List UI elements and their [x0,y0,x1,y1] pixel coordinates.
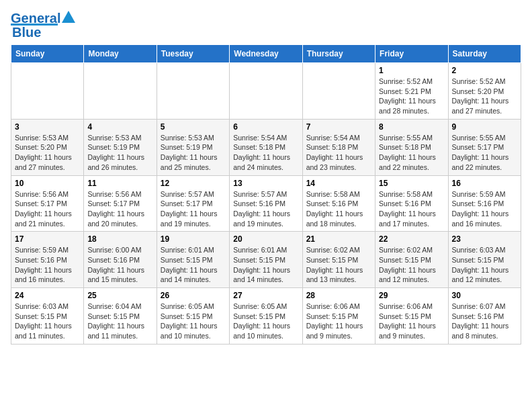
calendar-cell: 2Sunrise: 5:52 AM Sunset: 5:20 PM Daylig… [448,63,521,120]
calendar-cell: 14Sunrise: 5:58 AM Sunset: 5:16 PM Dayli… [302,175,375,232]
calendar-cell: 18Sunrise: 6:00 AM Sunset: 5:16 PM Dayli… [84,232,157,288]
calendar-cell [11,63,84,120]
day-number: 22 [379,234,444,244]
day-info: Sunrise: 6:05 AM Sunset: 5:15 PM Dayligh… [161,302,226,341]
calendar-cell: 4Sunrise: 5:53 AM Sunset: 5:19 PM Daylig… [84,119,157,175]
calendar-cell: 25Sunrise: 6:04 AM Sunset: 5:15 PM Dayli… [84,288,157,345]
calendar-cell: 21Sunrise: 6:02 AM Sunset: 5:15 PM Dayli… [302,232,375,288]
calendar-cell: 24Sunrise: 6:03 AM Sunset: 5:15 PM Dayli… [11,288,84,345]
day-info: Sunrise: 5:59 AM Sunset: 5:16 PM Dayligh… [452,189,517,229]
weekday-header-friday: Friday [375,45,448,63]
day-number: 12 [161,179,226,188]
calendar-cell: 16Sunrise: 5:59 AM Sunset: 5:16 PM Dayli… [448,175,521,232]
calendar-cell: 7Sunrise: 5:54 AM Sunset: 5:18 PM Daylig… [302,119,375,175]
calendar-cell: 10Sunrise: 5:56 AM Sunset: 5:17 PM Dayli… [11,175,84,232]
calendar-week-1: 1Sunrise: 5:52 AM Sunset: 5:21 PM Daylig… [11,63,521,120]
day-info: Sunrise: 5:55 AM Sunset: 5:18 PM Dayligh… [379,133,444,173]
day-number: 17 [15,234,80,244]
weekday-header-row: SundayMondayTuesdayWednesdayThursdayFrid… [11,45,521,63]
day-number: 20 [233,234,298,244]
day-info: Sunrise: 6:04 AM Sunset: 5:15 PM Dayligh… [87,302,152,341]
calendar-cell: 1Sunrise: 5:52 AM Sunset: 5:21 PM Daylig… [375,63,448,120]
day-number: 25 [87,291,152,300]
calendar-cell: 30Sunrise: 6:07 AM Sunset: 5:16 PM Dayli… [448,288,521,345]
day-number: 8 [379,122,444,132]
weekday-header-thursday: Thursday [302,45,375,63]
calendar-header: SundayMondayTuesdayWednesdayThursdayFrid… [11,45,521,63]
calendar-week-3: 10Sunrise: 5:56 AM Sunset: 5:17 PM Dayli… [11,175,521,232]
day-info: Sunrise: 6:02 AM Sunset: 5:15 PM Dayligh… [379,245,444,285]
day-number: 14 [306,179,371,188]
day-number: 15 [379,179,444,188]
calendar-cell [302,63,375,120]
day-number: 26 [161,291,226,300]
day-info: Sunrise: 5:53 AM Sunset: 5:19 PM Dayligh… [87,133,152,173]
day-number: 21 [306,234,371,244]
day-info: Sunrise: 6:01 AM Sunset: 5:15 PM Dayligh… [233,245,298,285]
day-number: 7 [306,122,371,132]
day-info: Sunrise: 5:57 AM Sunset: 5:16 PM Dayligh… [233,189,298,229]
calendar-cell: 15Sunrise: 5:58 AM Sunset: 5:16 PM Dayli… [375,175,448,232]
day-info: Sunrise: 5:57 AM Sunset: 5:17 PM Dayligh… [161,189,226,229]
day-info: Sunrise: 6:06 AM Sunset: 5:15 PM Dayligh… [306,302,371,341]
weekday-header-wednesday: Wednesday [230,45,302,63]
day-info: Sunrise: 5:58 AM Sunset: 5:16 PM Dayligh… [306,189,371,229]
day-number: 5 [161,122,226,132]
calendar-week-4: 17Sunrise: 5:59 AM Sunset: 5:16 PM Dayli… [11,232,521,288]
calendar-week-2: 3Sunrise: 5:53 AM Sunset: 5:20 PM Daylig… [11,119,521,175]
day-number: 18 [87,234,152,244]
page-header: General Blue [11,11,521,39]
day-info: Sunrise: 5:52 AM Sunset: 5:20 PM Dayligh… [452,77,517,116]
calendar-cell [157,63,229,120]
day-info: Sunrise: 6:03 AM Sunset: 5:15 PM Dayligh… [15,302,80,341]
day-info: Sunrise: 5:52 AM Sunset: 5:21 PM Dayligh… [379,77,444,116]
day-number: 23 [452,234,517,244]
calendar-cell: 17Sunrise: 5:59 AM Sunset: 5:16 PM Dayli… [11,232,84,288]
day-info: Sunrise: 5:58 AM Sunset: 5:16 PM Dayligh… [379,189,444,229]
day-info: Sunrise: 5:53 AM Sunset: 5:20 PM Dayligh… [15,133,80,173]
day-info: Sunrise: 5:56 AM Sunset: 5:17 PM Dayligh… [87,189,152,229]
day-info: Sunrise: 5:59 AM Sunset: 5:16 PM Dayligh… [15,245,80,285]
day-info: Sunrise: 6:02 AM Sunset: 5:15 PM Dayligh… [306,245,371,285]
calendar-cell: 11Sunrise: 5:56 AM Sunset: 5:17 PM Dayli… [84,175,157,232]
calendar-cell: 6Sunrise: 5:54 AM Sunset: 5:18 PM Daylig… [230,119,302,175]
day-number: 30 [452,291,517,300]
day-number: 11 [87,179,152,188]
calendar-cell: 13Sunrise: 5:57 AM Sunset: 5:16 PM Dayli… [230,175,302,232]
day-number: 29 [379,291,444,300]
calendar-cell: 3Sunrise: 5:53 AM Sunset: 5:20 PM Daylig… [11,119,84,175]
calendar-cell: 26Sunrise: 6:05 AM Sunset: 5:15 PM Dayli… [157,288,229,345]
day-info: Sunrise: 5:53 AM Sunset: 5:19 PM Dayligh… [161,133,226,173]
day-info: Sunrise: 5:54 AM Sunset: 5:18 PM Dayligh… [306,133,371,173]
calendar-cell [84,63,157,120]
calendar-cell: 8Sunrise: 5:55 AM Sunset: 5:18 PM Daylig… [375,119,448,175]
day-number: 2 [452,66,517,75]
day-number: 4 [87,122,152,132]
calendar-cell: 20Sunrise: 6:01 AM Sunset: 5:15 PM Dayli… [230,232,302,288]
day-info: Sunrise: 6:07 AM Sunset: 5:16 PM Dayligh… [452,302,517,341]
calendar-cell: 22Sunrise: 6:02 AM Sunset: 5:15 PM Dayli… [375,232,448,288]
logo: General Blue [11,11,75,39]
day-number: 6 [233,122,298,132]
calendar-cell: 9Sunrise: 5:55 AM Sunset: 5:17 PM Daylig… [448,119,521,175]
day-info: Sunrise: 6:01 AM Sunset: 5:15 PM Dayligh… [161,245,226,285]
day-number: 10 [15,179,80,188]
day-number: 13 [233,179,298,188]
day-info: Sunrise: 5:54 AM Sunset: 5:18 PM Dayligh… [233,133,298,173]
svg-marker-0 [62,11,75,23]
day-number: 9 [452,122,517,132]
calendar-week-5: 24Sunrise: 6:03 AM Sunset: 5:15 PM Dayli… [11,288,521,345]
logo-text: General [11,11,60,25]
day-number: 24 [15,291,80,300]
day-number: 3 [15,122,80,132]
day-info: Sunrise: 6:05 AM Sunset: 5:15 PM Dayligh… [233,302,298,341]
calendar-body: 1Sunrise: 5:52 AM Sunset: 5:21 PM Daylig… [11,63,521,345]
calendar-cell: 5Sunrise: 5:53 AM Sunset: 5:19 PM Daylig… [157,119,229,175]
calendar-cell: 12Sunrise: 5:57 AM Sunset: 5:17 PM Dayli… [157,175,229,232]
calendar-cell [230,63,302,120]
day-info: Sunrise: 6:00 AM Sunset: 5:16 PM Dayligh… [87,245,152,285]
weekday-header-tuesday: Tuesday [157,45,229,63]
calendar-cell: 28Sunrise: 6:06 AM Sunset: 5:15 PM Dayli… [302,288,375,345]
day-info: Sunrise: 5:55 AM Sunset: 5:17 PM Dayligh… [452,133,517,173]
weekday-header-saturday: Saturday [448,45,521,63]
